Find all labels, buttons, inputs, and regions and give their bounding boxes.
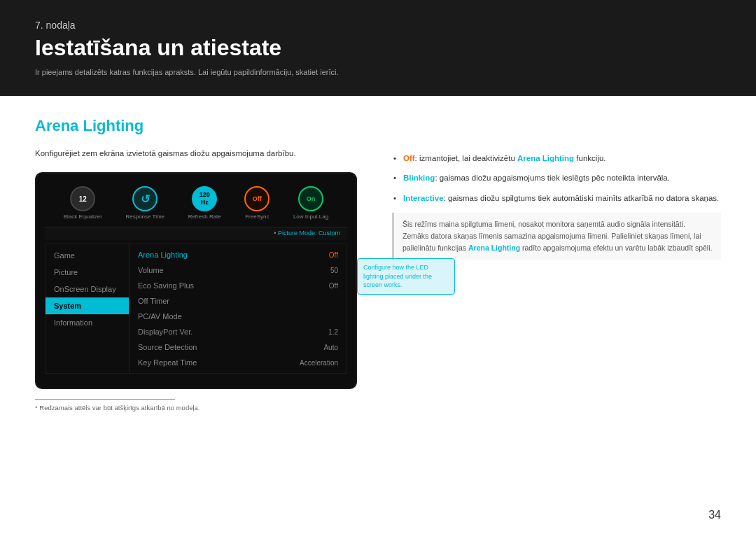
toolbar-item-response-time: ↺ Response Time <box>125 186 164 220</box>
section-title: Arena Lighting <box>35 117 364 135</box>
bullet-off-text: : izmantojiet, lai deaktivizētu <box>415 154 517 162</box>
knob-low-input-lag: On <box>298 186 323 211</box>
picture-mode-bar: • Picture Mode: Custom <box>45 227 347 239</box>
osd-container: Game Picture OnScreen Display System Inf… <box>45 244 347 374</box>
osd-item-volume-label: Volume <box>138 266 164 274</box>
bullet-list: Off: izmantojiet, lai deaktivizētu Arena… <box>392 152 721 204</box>
label-freesync: FreeSync <box>245 213 269 220</box>
osd-item-source-detection-label: Source Detection <box>138 343 197 351</box>
osd-item-source-detection[interactable]: Source Detection Auto <box>130 339 346 355</box>
toolbar-item-low-input-lag: On Low Input Lag <box>293 186 328 220</box>
bullet-interactive-keyword: Interactive <box>403 194 444 202</box>
osd-menu-game[interactable]: Game <box>46 247 129 264</box>
osd-menu-onscreen-display[interactable]: OnScreen Display <box>46 281 129 297</box>
page-title: Iestatīšana un atiestate <box>35 35 721 61</box>
label-refresh-rate: Refresh Rate <box>188 213 221 220</box>
left-column: Arena Lighting Konfigurējiet zem ekrāna … <box>35 117 364 412</box>
osd-item-arena-lighting-value: Off <box>329 251 338 259</box>
osd-left-menu: Game Picture OnScreen Display System Inf… <box>46 244 130 373</box>
osd-item-volume[interactable]: Volume 50 <box>130 262 346 278</box>
osd-item-key-repeat-value: Acceleration <box>300 359 338 367</box>
knob-response-time: ↺ <box>132 186 158 211</box>
bullet-blinking-keyword: Blinking <box>403 174 435 182</box>
osd-item-pcav-mode[interactable]: PC/AV Mode <box>130 309 346 324</box>
label-response-time: Response Time <box>125 213 164 220</box>
label-low-input-lag: Low Input Lag <box>293 213 328 220</box>
osd-item-displayport-label: DisplayPort Ver. <box>138 328 192 336</box>
label-black-equalizer: Black Equalizer <box>64 213 102 220</box>
bullet-off-suffix: funkciju. <box>574 154 606 162</box>
toolbar-item-black-equalizer: 12 Black Equalizer <box>64 186 102 220</box>
osd-item-displayport-value: 1.2 <box>328 328 338 336</box>
osd-tooltip: Configure how the LED lighting placed un… <box>357 258 455 295</box>
main-content: Arena Lighting Konfigurējiet zem ekrāna … <box>0 96 756 426</box>
bullet-off: Off: izmantojiet, lai deaktivizētu Arena… <box>392 152 721 164</box>
note-link: Arena Lighting <box>468 244 520 252</box>
osd-item-displayport[interactable]: DisplayPort Ver. 1.2 <box>130 324 346 339</box>
monitor-toolbar: 12 Black Equalizer ↺ Response Time 120Hz… <box>45 182 347 227</box>
osd-item-arena-lighting-label: Arena Lighting <box>138 251 188 259</box>
toolbar-item-refresh-rate: 120Hz Refresh Rate <box>188 186 221 220</box>
osd-item-eco-saving-value: Off <box>329 282 338 290</box>
osd-item-source-detection-value: Auto <box>323 344 338 351</box>
note-block: Šis režīms maina spilgtuma līmeni, nosak… <box>392 213 721 259</box>
osd-item-pcav-mode-label: PC/AV Mode <box>138 312 182 321</box>
osd-item-eco-saving[interactable]: Eco Saving Plus Off <box>130 278 346 293</box>
knob-black-equalizer: 12 <box>70 186 95 211</box>
note-text2: radīto apgaismojuma efektu un varētu lab… <box>520 244 712 252</box>
footnote-divider <box>35 399 175 400</box>
picture-mode-value: Picture Mode: Custom <box>278 230 340 237</box>
section-description: Konfigurējiet zem ekrāna izvietotā gaism… <box>35 148 364 160</box>
footnote-text: * Redzamais attēls var būt atšķirīgs atk… <box>35 404 364 412</box>
monitor-mockup: 12 Black Equalizer ↺ Response Time 120Hz… <box>35 172 357 389</box>
bullet-blinking: Blinking: gaismas diožu apgaismojums tie… <box>392 171 721 184</box>
osd-menu-system[interactable]: System <box>46 297 129 314</box>
bullet-off-link: Arena Lighting <box>517 154 574 162</box>
osd-item-arena-lighting[interactable]: Arena Lighting Off <box>130 247 346 262</box>
bullet-interactive-text: : gaismas diožu spilgtums tiek automātis… <box>444 194 720 202</box>
page-header: 7. nodaļa Iestatīšana un atiestate Ir pi… <box>0 0 756 96</box>
bullet-interactive: Interactive: gaismas diožu spilgtums tie… <box>392 192 721 204</box>
bullet-blinking-text: : gaismas diožu apgaismojums tiek ieslēg… <box>435 174 670 182</box>
osd-menu-picture[interactable]: Picture <box>46 264 129 281</box>
knob-freesync: Off <box>244 186 270 211</box>
page-subtitle: Ir pieejams detalizēts katras funkcijas … <box>35 68 721 76</box>
osd-item-key-repeat[interactable]: Key Repeat Time Acceleration <box>130 355 346 370</box>
osd-item-key-repeat-label: Key Repeat Time <box>138 358 197 367</box>
osd-item-volume-value: 50 <box>330 267 338 274</box>
page-number: 34 <box>708 509 721 521</box>
osd-menu-information[interactable]: Information <box>46 314 129 331</box>
osd-item-eco-saving-label: Eco Saving Plus <box>138 281 194 290</box>
osd-right-menu: Arena Lighting Off Volume 50 Eco Saving … <box>130 244 346 373</box>
osd-item-off-timer[interactable]: Off Timer <box>130 293 346 309</box>
bullet-off-keyword: Off <box>403 154 415 162</box>
chapter-label: 7. nodaļa <box>35 20 721 31</box>
toolbar-item-freesync: Off FreeSync <box>244 186 270 220</box>
knob-refresh-rate: 120Hz <box>192 186 217 211</box>
osd-item-off-timer-label: Off Timer <box>138 297 169 305</box>
